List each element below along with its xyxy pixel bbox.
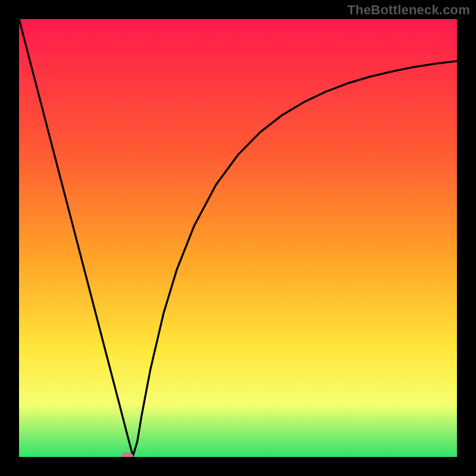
chart-frame: TheBottleneck.com — [0, 0, 476, 476]
bottleneck-curve-path — [19, 19, 457, 456]
bottleneck-curve-svg — [19, 19, 457, 457]
watermark-label: TheBottleneck.com — [347, 2, 470, 18]
plot-area — [19, 19, 457, 457]
minimum-marker — [121, 453, 133, 457]
